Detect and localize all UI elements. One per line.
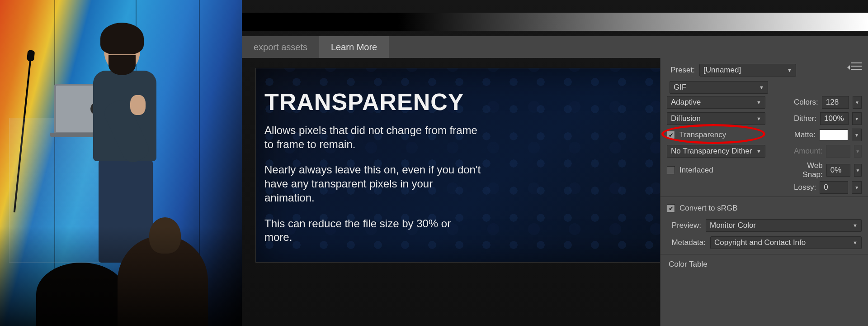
transparency-dither-select[interactable]: No Transparency Dither ▼ [667, 145, 765, 158]
dither-input[interactable]: 100% [820, 112, 849, 125]
chevron-down-icon: ▼ [756, 116, 761, 121]
metadata-value: Copyright and Contact Info [714, 238, 806, 247]
preset-select[interactable]: [Unnamed] ▼ [699, 64, 796, 77]
transparency-dither-value: No Transparency Dither [671, 147, 752, 156]
colors-stepper[interactable]: ▼ [853, 96, 862, 109]
preset-value: [Unnamed] [703, 66, 741, 75]
color-reduction-select[interactable]: Adaptive ▼ [667, 96, 765, 109]
panel-menu-icon[interactable] [851, 62, 862, 70]
colors-label: Colors: [794, 98, 818, 107]
lossy-label: Lossy: [794, 183, 816, 192]
chevron-down-icon: ▼ [756, 149, 761, 154]
tab-learn-more[interactable]: Learn More [319, 36, 389, 58]
format-select[interactable]: GIF ▼ [670, 81, 768, 94]
convert-srgb-label: Convert to sRGB [679, 204, 738, 213]
preview-label: Preview: [667, 221, 701, 230]
matte-label: Matte: [794, 130, 816, 139]
websnap-label: Web Snap: [794, 161, 823, 179]
matte-select[interactable]: ▼ [852, 129, 862, 141]
websnap-stepper[interactable]: ▼ [854, 164, 862, 177]
transparency-label: Transparency [679, 130, 726, 139]
slide-area: export assets Learn More TRANSPARENCY Al… [242, 0, 868, 326]
metadata-select[interactable]: Copyright and Contact Info ▼ [710, 236, 862, 249]
tab-export-assets[interactable]: export assets [242, 36, 319, 58]
chevron-down-icon: ▼ [756, 100, 761, 105]
color-table-label: Color Table [669, 260, 862, 269]
interlaced-checkbox[interactable] [667, 166, 675, 174]
transparency-checkbox[interactable]: ✔ [667, 131, 675, 139]
format-value: GIF [674, 83, 686, 92]
chevron-down-icon: ▼ [853, 223, 858, 228]
slide-paragraph: Nearly always leave this on, even if you… [264, 163, 481, 205]
dither-label: Dither: [794, 114, 816, 123]
lossy-input[interactable]: 0 [820, 181, 848, 194]
chevron-down-icon: ▼ [787, 67, 792, 73]
websnap-input[interactable]: 0% [826, 164, 850, 177]
slide-title: TRANSPARENCY [264, 88, 481, 115]
audience-silhouette [36, 263, 127, 326]
matte-swatch[interactable] [819, 129, 848, 140]
top-tabs: export assets Learn More [242, 36, 868, 58]
gradient-bar [242, 13, 868, 31]
preview-value: Monitor Color [710, 221, 756, 230]
chevron-down-icon: ▼ [853, 240, 858, 245]
convert-srgb-checkbox[interactable]: ✔ [667, 204, 675, 212]
slide-paragraph: This can reduce the file size by 30% or … [264, 217, 481, 244]
slide-text-block: TRANSPARENCY Allows pixels that did not … [264, 88, 481, 256]
presenter-photo [0, 0, 242, 326]
amount-stepper: ▼ [854, 145, 862, 158]
colors-input[interactable]: 128 [822, 96, 849, 109]
dither-stepper[interactable]: ▼ [852, 112, 862, 125]
chevron-down-icon: ▼ [759, 85, 764, 90]
audience-silhouette [118, 235, 208, 326]
dither-algo-value: Diffusion [671, 114, 701, 123]
slide-paragraph: Allows pixels that did not change from f… [264, 124, 481, 151]
export-settings-panel: Preset: [Unnamed] ▼ GIF ▼ Adaptive ▼ Col… [660, 58, 868, 326]
preview-select[interactable]: Monitor Color ▼ [706, 219, 862, 232]
speaker-figure [90, 27, 158, 263]
lossy-stepper[interactable]: ▼ [852, 181, 862, 194]
metadata-label: Metadata: [667, 238, 706, 247]
interlaced-label: Interlaced [679, 166, 713, 175]
amount-input [826, 145, 850, 158]
preset-label: Preset: [667, 66, 695, 75]
amount-label: Amount: [794, 147, 822, 156]
dither-algo-select[interactable]: Diffusion ▼ [667, 112, 765, 125]
reduction-value: Adaptive [671, 98, 701, 107]
